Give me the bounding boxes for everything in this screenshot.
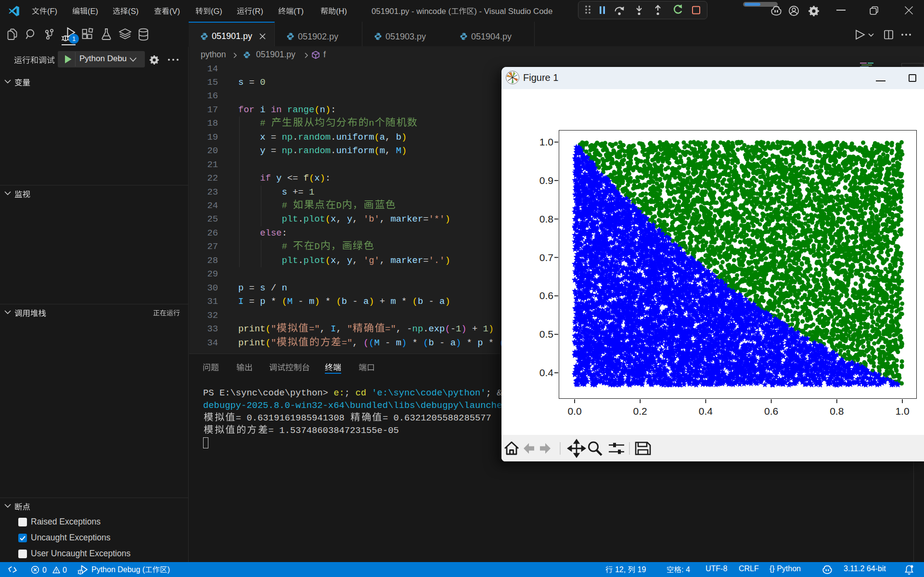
svg-text:12,: 12, [613,565,628,574]
svg-text:): ) [167,565,170,574]
svg-text:0: 0 [63,566,67,574]
svg-text:Python Debug (: Python Debug ( [91,565,145,574]
svg-text:: 4: : 4 [681,565,690,574]
svg-text:0: 0 [42,566,47,574]
svg-text:19: 19 [635,565,646,574]
